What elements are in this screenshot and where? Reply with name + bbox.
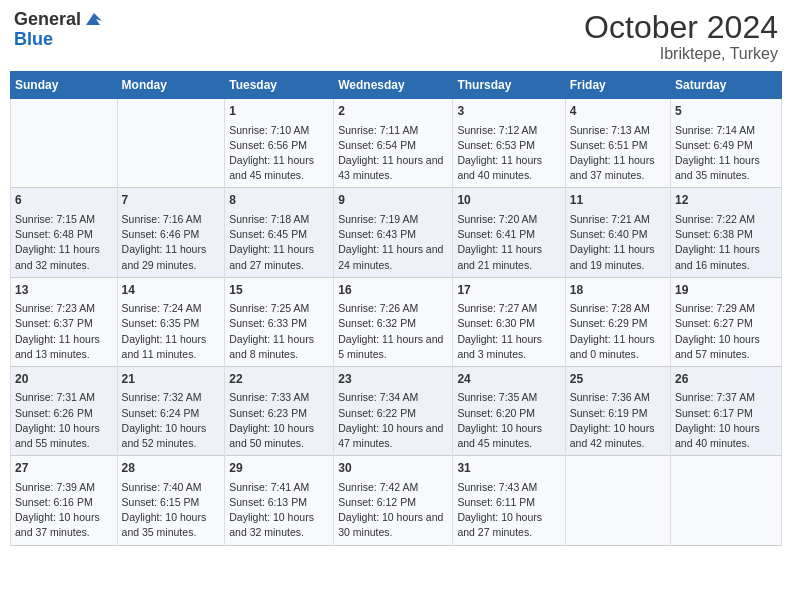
calendar-cell: 31Sunrise: 7:43 AM Sunset: 6:11 PM Dayli… (453, 456, 565, 545)
day-number: 29 (229, 460, 329, 477)
day-number: 23 (338, 371, 448, 388)
day-number: 18 (570, 282, 666, 299)
day-info: Sunrise: 7:18 AM Sunset: 6:45 PM Dayligh… (229, 212, 329, 273)
calendar-cell: 12Sunrise: 7:22 AM Sunset: 6:38 PM Dayli… (671, 188, 782, 277)
calendar-cell: 1Sunrise: 7:10 AM Sunset: 6:56 PM Daylig… (225, 99, 334, 188)
weekday-header-tuesday: Tuesday (225, 72, 334, 99)
day-number: 20 (15, 371, 113, 388)
day-info: Sunrise: 7:26 AM Sunset: 6:32 PM Dayligh… (338, 301, 448, 362)
page-header: General Blue October 2024 Ibriktepe, Tur… (10, 10, 782, 63)
day-info: Sunrise: 7:25 AM Sunset: 6:33 PM Dayligh… (229, 301, 329, 362)
title-block: October 2024 Ibriktepe, Turkey (584, 10, 778, 63)
calendar-cell: 13Sunrise: 7:23 AM Sunset: 6:37 PM Dayli… (11, 277, 118, 366)
calendar-cell (117, 99, 225, 188)
day-info: Sunrise: 7:13 AM Sunset: 6:51 PM Dayligh… (570, 123, 666, 184)
calendar-cell: 18Sunrise: 7:28 AM Sunset: 6:29 PM Dayli… (565, 277, 670, 366)
day-number: 26 (675, 371, 777, 388)
calendar-cell: 2Sunrise: 7:11 AM Sunset: 6:54 PM Daylig… (334, 99, 453, 188)
day-number: 30 (338, 460, 448, 477)
day-info: Sunrise: 7:20 AM Sunset: 6:41 PM Dayligh… (457, 212, 560, 273)
day-number: 8 (229, 192, 329, 209)
day-number: 4 (570, 103, 666, 120)
day-number: 27 (15, 460, 113, 477)
weekday-header-row: SundayMondayTuesdayWednesdayThursdayFrid… (11, 72, 782, 99)
calendar-week-row: 20Sunrise: 7:31 AM Sunset: 6:26 PM Dayli… (11, 366, 782, 455)
day-info: Sunrise: 7:11 AM Sunset: 6:54 PM Dayligh… (338, 123, 448, 184)
day-number: 9 (338, 192, 448, 209)
logo-bird-icon (82, 11, 104, 29)
calendar-cell: 21Sunrise: 7:32 AM Sunset: 6:24 PM Dayli… (117, 366, 225, 455)
day-number: 17 (457, 282, 560, 299)
weekday-header-friday: Friday (565, 72, 670, 99)
calendar-cell: 23Sunrise: 7:34 AM Sunset: 6:22 PM Dayli… (334, 366, 453, 455)
day-number: 22 (229, 371, 329, 388)
day-info: Sunrise: 7:23 AM Sunset: 6:37 PM Dayligh… (15, 301, 113, 362)
day-number: 12 (675, 192, 777, 209)
day-info: Sunrise: 7:29 AM Sunset: 6:27 PM Dayligh… (675, 301, 777, 362)
day-number: 14 (122, 282, 221, 299)
calendar-cell (11, 99, 118, 188)
weekday-header-saturday: Saturday (671, 72, 782, 99)
calendar-cell: 10Sunrise: 7:20 AM Sunset: 6:41 PM Dayli… (453, 188, 565, 277)
day-info: Sunrise: 7:19 AM Sunset: 6:43 PM Dayligh… (338, 212, 448, 273)
calendar-cell: 4Sunrise: 7:13 AM Sunset: 6:51 PM Daylig… (565, 99, 670, 188)
calendar-body: 1Sunrise: 7:10 AM Sunset: 6:56 PM Daylig… (11, 99, 782, 545)
day-number: 13 (15, 282, 113, 299)
calendar-cell: 7Sunrise: 7:16 AM Sunset: 6:46 PM Daylig… (117, 188, 225, 277)
day-number: 16 (338, 282, 448, 299)
calendar-cell (565, 456, 670, 545)
calendar-cell: 3Sunrise: 7:12 AM Sunset: 6:53 PM Daylig… (453, 99, 565, 188)
weekday-header-monday: Monday (117, 72, 225, 99)
calendar-cell: 27Sunrise: 7:39 AM Sunset: 6:16 PM Dayli… (11, 456, 118, 545)
day-info: Sunrise: 7:14 AM Sunset: 6:49 PM Dayligh… (675, 123, 777, 184)
calendar-cell: 9Sunrise: 7:19 AM Sunset: 6:43 PM Daylig… (334, 188, 453, 277)
calendar-cell: 25Sunrise: 7:36 AM Sunset: 6:19 PM Dayli… (565, 366, 670, 455)
day-number: 5 (675, 103, 777, 120)
day-info: Sunrise: 7:21 AM Sunset: 6:40 PM Dayligh… (570, 212, 666, 273)
calendar-week-row: 13Sunrise: 7:23 AM Sunset: 6:37 PM Dayli… (11, 277, 782, 366)
weekday-header-thursday: Thursday (453, 72, 565, 99)
calendar-cell: 5Sunrise: 7:14 AM Sunset: 6:49 PM Daylig… (671, 99, 782, 188)
day-info: Sunrise: 7:34 AM Sunset: 6:22 PM Dayligh… (338, 390, 448, 451)
calendar-cell: 22Sunrise: 7:33 AM Sunset: 6:23 PM Dayli… (225, 366, 334, 455)
day-info: Sunrise: 7:27 AM Sunset: 6:30 PM Dayligh… (457, 301, 560, 362)
day-info: Sunrise: 7:33 AM Sunset: 6:23 PM Dayligh… (229, 390, 329, 451)
day-info: Sunrise: 7:24 AM Sunset: 6:35 PM Dayligh… (122, 301, 221, 362)
day-number: 24 (457, 371, 560, 388)
day-info: Sunrise: 7:35 AM Sunset: 6:20 PM Dayligh… (457, 390, 560, 451)
day-number: 3 (457, 103, 560, 120)
day-info: Sunrise: 7:15 AM Sunset: 6:48 PM Dayligh… (15, 212, 113, 273)
calendar-cell: 28Sunrise: 7:40 AM Sunset: 6:15 PM Dayli… (117, 456, 225, 545)
day-info: Sunrise: 7:40 AM Sunset: 6:15 PM Dayligh… (122, 480, 221, 541)
day-number: 7 (122, 192, 221, 209)
logo-blue: Blue (14, 30, 104, 50)
day-number: 31 (457, 460, 560, 477)
calendar-cell: 17Sunrise: 7:27 AM Sunset: 6:30 PM Dayli… (453, 277, 565, 366)
calendar-cell: 11Sunrise: 7:21 AM Sunset: 6:40 PM Dayli… (565, 188, 670, 277)
day-info: Sunrise: 7:36 AM Sunset: 6:19 PM Dayligh… (570, 390, 666, 451)
day-info: Sunrise: 7:42 AM Sunset: 6:12 PM Dayligh… (338, 480, 448, 541)
svg-marker-0 (86, 13, 102, 25)
logo: General Blue (14, 10, 104, 50)
month-title: October 2024 (584, 10, 778, 45)
calendar-cell: 29Sunrise: 7:41 AM Sunset: 6:13 PM Dayli… (225, 456, 334, 545)
day-info: Sunrise: 7:12 AM Sunset: 6:53 PM Dayligh… (457, 123, 560, 184)
day-number: 19 (675, 282, 777, 299)
day-info: Sunrise: 7:43 AM Sunset: 6:11 PM Dayligh… (457, 480, 560, 541)
calendar-week-row: 6Sunrise: 7:15 AM Sunset: 6:48 PM Daylig… (11, 188, 782, 277)
day-number: 6 (15, 192, 113, 209)
day-info: Sunrise: 7:37 AM Sunset: 6:17 PM Dayligh… (675, 390, 777, 451)
day-info: Sunrise: 7:39 AM Sunset: 6:16 PM Dayligh… (15, 480, 113, 541)
calendar-cell: 20Sunrise: 7:31 AM Sunset: 6:26 PM Dayli… (11, 366, 118, 455)
day-number: 2 (338, 103, 448, 120)
calendar-table: SundayMondayTuesdayWednesdayThursdayFrid… (10, 71, 782, 545)
day-number: 11 (570, 192, 666, 209)
day-info: Sunrise: 7:41 AM Sunset: 6:13 PM Dayligh… (229, 480, 329, 541)
weekday-header-wednesday: Wednesday (334, 72, 453, 99)
day-number: 1 (229, 103, 329, 120)
calendar-cell: 26Sunrise: 7:37 AM Sunset: 6:17 PM Dayli… (671, 366, 782, 455)
day-number: 25 (570, 371, 666, 388)
day-info: Sunrise: 7:16 AM Sunset: 6:46 PM Dayligh… (122, 212, 221, 273)
calendar-week-row: 1Sunrise: 7:10 AM Sunset: 6:56 PM Daylig… (11, 99, 782, 188)
day-number: 15 (229, 282, 329, 299)
